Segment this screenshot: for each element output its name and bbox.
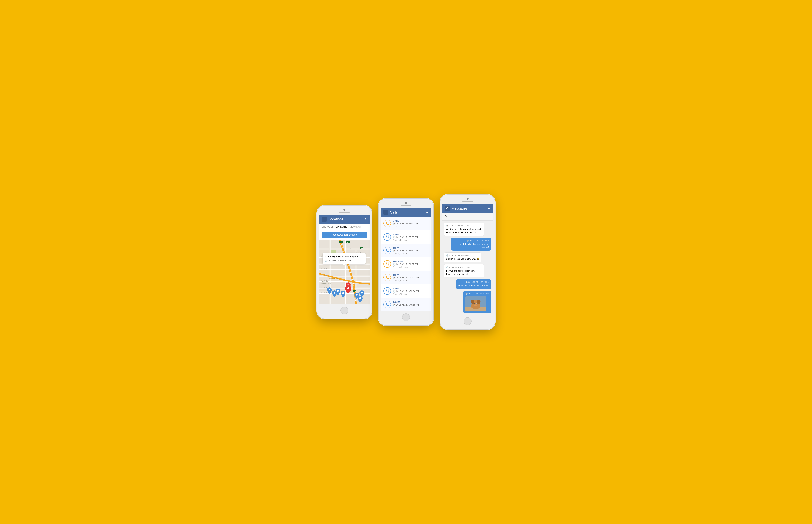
svg-text:14B: 14B	[354, 291, 356, 292]
clock-icon-msg-4: 🕐	[465, 281, 468, 283]
call-duration-1: 1 mins, 34 secs	[393, 239, 418, 241]
clock-icon-1: 🕐	[393, 236, 395, 239]
phones-container: 🛡 Locations ≡ SHOW ALL ANIMATE VIEW LIST…	[317, 195, 495, 329]
app-logo-messages: 🛡	[445, 206, 450, 211]
phone-messages: 🛡 Messages ≡ Jane ✕ 🕐 2016-02-24 6:22:28…	[440, 195, 495, 329]
home-button-2[interactable]	[402, 313, 410, 321]
home-button-3[interactable]	[464, 317, 471, 325]
message-time-0: 🕐 2016-02-24 6:22:28 PM	[446, 225, 482, 227]
hamburger-icon-calls[interactable]: ≡	[426, 211, 428, 214]
message-text-1: yeah totally what time are you going?	[460, 243, 489, 248]
message-time-5: 🕐 2016-02-24 10:18:41 PM	[465, 293, 489, 295]
calls-title: Calls	[390, 211, 398, 214]
call-item[interactable]: Andrew 🕐 2016-02-25 1:06:27 PM 17 mins, …	[381, 257, 431, 271]
header-left-calls: 🛡 Calls	[384, 210, 398, 215]
call-duration-6: 0 secs	[393, 306, 419, 309]
toolbar-animate[interactable]: ANIMATE	[336, 226, 347, 228]
phone-top-1	[319, 209, 370, 213]
svg-text:110: 110	[340, 241, 342, 243]
svg-text:14A: 14A	[360, 248, 363, 249]
message-text-4: yeah i just have to walk the dog	[458, 284, 489, 287]
messages-list: 🕐 2016-02-24 6:22:28 PM want to go to th…	[442, 220, 493, 315]
svg-rect-16	[357, 265, 370, 275]
call-name-1: Jane	[393, 233, 418, 236]
clock-icon-5: 🕐	[393, 290, 395, 293]
header-left-messages: 🛡 Messages	[445, 206, 468, 211]
call-item[interactable]: Katie 🕐 2016-02-24 11:46:58 AM 0 secs	[381, 298, 431, 311]
svg-text:GATEWAY NORT: GATEWAY NORT	[321, 282, 331, 284]
call-time-1: 🕐 2016-02-25 2:05:23 PM	[393, 236, 418, 239]
call-item[interactable]: Billy 🕐 2016-02-25 1:55:13 PM 1 mins, 32…	[381, 244, 431, 257]
svg-point-61	[337, 290, 339, 292]
svg-point-69	[359, 297, 361, 299]
call-icon-outgoing-0	[384, 220, 391, 227]
message-image-dog	[465, 296, 486, 311]
call-item[interactable]: Jane 🕐 2016-02-25 10:53:34 AM 1 mins, 18…	[381, 284, 431, 298]
message-bubble-2: 🕐 2016-02-24 6:26:55 PM around 10 text y…	[444, 252, 482, 263]
svg-rect-10	[319, 293, 329, 305]
call-item[interactable]: Jane 🕐 2016-02-25 2:05:23 PM 1 mins, 34 …	[381, 230, 431, 244]
call-icon-incoming-6	[384, 301, 391, 308]
call-icon-incoming-5	[384, 287, 391, 295]
call-info-5: Jane 🕐 2016-02-25 10:53:34 AM 1 mins, 18…	[393, 287, 419, 295]
calls-list: Jane 🕐 2016-02-26 6:45:22 PM 0 secs	[381, 217, 431, 311]
hamburger-icon-locations[interactable]: ≡	[364, 217, 367, 221]
call-name-4: Billy	[393, 273, 419, 276]
call-duration-2: 1 mins, 32 secs	[393, 252, 418, 255]
toolbar-view-list[interactable]: VIEW LIST	[350, 226, 361, 228]
popup-address: 215 S Figuero St, Los Angeles CA	[325, 255, 363, 259]
message-time-1: 🕐 2016-02-24 6:26:33 PM	[453, 239, 489, 242]
call-name-5: Jane	[393, 287, 419, 290]
message-text-3: hey we are about to leave my house be re…	[446, 269, 475, 275]
locations-header: 🛡 Locations ≡	[319, 215, 370, 224]
call-time-3: 🕐 2016-02-25 1:06:27 PM	[393, 263, 418, 265]
svg-text:HARBOR: HARBOR	[322, 281, 328, 282]
locations-title: Locations	[328, 217, 343, 221]
call-duration-3: 17 mins, 24 secs	[393, 266, 418, 268]
home-button-1[interactable]	[341, 307, 348, 314]
calls-header: 🛡 Calls ≡	[381, 208, 431, 217]
messages-contact-bar: Jane ✕	[442, 213, 493, 220]
speaker-3	[462, 201, 473, 202]
message-bubble-0: 🕐 2016-02-24 6:22:28 PM want to go to th…	[444, 223, 484, 236]
call-name-2: Billy	[393, 246, 418, 249]
svg-point-57	[328, 289, 330, 291]
svg-point-67	[361, 292, 363, 294]
svg-point-59	[334, 292, 335, 294]
svg-point-71	[347, 287, 349, 289]
call-icon-outgoing-4	[384, 274, 391, 281]
call-time-5: 🕐 2016-02-25 10:53:34 AM	[393, 290, 419, 293]
call-info-3: Andrew 🕐 2016-02-25 1:06:27 PM 17 mins, …	[393, 260, 418, 268]
map-popup: 215 S Figuero St, Los Angeles CA 🕐 2016-…	[323, 253, 366, 264]
clock-icon-msg-5: 🕐	[465, 293, 468, 295]
phone-top-3	[442, 198, 493, 202]
call-item[interactable]: Jane 🕐 2016-02-26 6:45:22 PM 0 secs	[381, 217, 431, 230]
hamburger-icon-messages[interactable]: ≡	[488, 207, 490, 211]
speaker-1	[339, 212, 350, 213]
svg-text:W 118th St: W 118th St	[321, 292, 327, 293]
camera-dot-2	[405, 202, 407, 204]
call-info-6: Katie 🕐 2016-02-24 11:46:58 AM 0 secs	[393, 300, 419, 309]
toolbar-show-all[interactable]: SHOW ALL	[322, 226, 334, 228]
messages-title: Messages	[452, 207, 468, 211]
close-button[interactable]: ✕	[488, 215, 490, 219]
map-container[interactable]: W 109th Pl W 110th St W 111th St W 112th…	[319, 240, 370, 305]
locations-toolbar: SHOW ALL ANIMATE VIEW LIST	[319, 224, 370, 230]
call-name-6: Katie	[393, 300, 419, 303]
screen-calls: 🛡 Calls ≡ Jane 🕐	[381, 208, 431, 311]
messages-header: 🛡 Messages ≡	[442, 204, 493, 213]
app-logo-locations: 🛡	[322, 217, 327, 222]
call-info-2: Billy 🕐 2016-02-25 1:55:13 PM 1 mins, 32…	[393, 246, 418, 255]
call-icon-outgoing-3	[384, 260, 391, 268]
message-text-0: want to go to the party with me and kevi…	[446, 228, 481, 233]
call-item[interactable]: Billy 🕐 2016-02-25 11:03:23 AM 1 mins, 4…	[381, 271, 431, 284]
svg-point-65	[356, 294, 358, 296]
request-location-button[interactable]: Request Current Location	[322, 232, 367, 238]
phone-top-2	[381, 202, 431, 206]
svg-point-83	[474, 305, 477, 306]
map-svg: W 109th Pl W 110th St W 111th St W 112th…	[319, 240, 370, 305]
phone-locations: 🛡 Locations ≡ SHOW ALL ANIMATE VIEW LIST…	[317, 206, 372, 318]
header-left-locations: 🛡 Locations	[322, 217, 343, 222]
message-bubble-1: 🕐 2016-02-24 6:26:33 PM yeah totally wha…	[451, 238, 491, 251]
clock-icon-2: 🕐	[393, 250, 395, 252]
